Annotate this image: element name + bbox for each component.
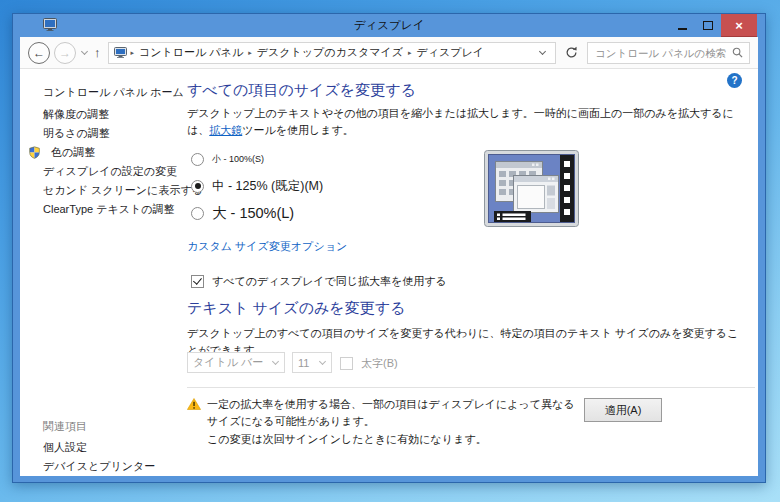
refresh-icon [565,46,578,59]
warning-block: 一定の拡大率を使用する場合、一部の項目はディスプレイによって異なるサイズになる可… [187,396,587,448]
breadcrumb-display[interactable]: ディスプレイ [414,45,488,60]
help-icon: ? [731,75,737,86]
uac-shield-icon [28,146,41,159]
forward-button[interactable]: → [54,42,76,64]
description-text: ツールを使用します。 [242,124,354,136]
crumb-separator: ▸ [246,49,254,57]
up-arrow-icon: ↑ [94,45,101,60]
sidebar-item-calibrate-color[interactable]: 色の調整 [43,143,203,162]
sidebar-item-devices-printers[interactable]: デバイスとプリンター [43,457,155,476]
window-client: ← → ↑ ▸ コントロール パネル ▸ デスクトップのカスタマイズ ▸ ディス… [20,37,758,476]
section1-description: デスクトップ上のテキストやその他の項目を縮小または拡大します。一時的に画面上の一… [187,105,747,139]
magnifier-link[interactable]: 拡大鏡 [209,124,242,136]
sidebar-item-change-display-settings[interactable]: ディスプレイの設定の変更 [43,162,203,181]
sidebar-item-adjust-resolution[interactable]: 解像度の調整 [43,105,203,124]
crumb-separator: ▸ [129,49,137,57]
close-button[interactable]: × [721,14,757,37]
warning-text: 一定の拡大率を使用する場合、一部の項目はディスプレイによって異なるサイズになる可… [207,396,583,448]
desktop: { "window": { "title": "ディスプレイ" }, "titl… [0,0,780,502]
breadcrumb-appearance[interactable]: デスクトップのカスタマイズ [254,45,406,60]
sidebar-item-adjust-brightness[interactable]: 明るさの調整 [43,124,203,143]
minimize-button[interactable] [669,14,695,36]
same-scaling-checkbox-label[interactable]: すべてのディスプレイで同じ拡大率を使用する [212,274,447,289]
same-scaling-checkbox[interactable] [191,275,204,288]
radio-large-label[interactable]: 大 - 150%(L) [212,204,294,223]
search-box [587,42,750,64]
back-arrow-icon: ← [33,46,45,60]
apply-button[interactable]: 適用(A) [584,398,662,422]
same-scaling-checkbox-row[interactable]: すべてのディスプレイで同じ拡大率を使用する [191,273,447,289]
section-divider [187,387,755,388]
breadcrumb-control-panel[interactable]: コントロール パネル [136,45,246,60]
sidebar-item-label: 解像度の調整 [43,107,109,122]
sidebar-task-list: 解像度の調整 明るさの調整 色の調整 ディスプレイの設定の変更 セカンド スクリ… [43,105,203,219]
radio-large[interactable] [191,207,204,220]
sidebar-item-label: ClearType テキストの調整 [43,202,174,217]
size-select-value: 11 [298,357,309,369]
search-icon [732,47,749,58]
custom-sizing-options-link[interactable]: カスタム サイズ変更オプション [187,240,347,252]
sidebar-item-label: ディスプレイの設定の変更 [43,164,177,179]
sidebar-item-label: セカンド スクリーンに表示する [43,183,203,198]
see-also-header: 関連項目 [43,419,155,438]
sidebar-item-label: 明るさの調整 [43,126,110,141]
radio-row-small[interactable]: 小 - 100%(S) [191,150,264,168]
radio-medium[interactable] [191,180,204,193]
sidebar-item-cleartype[interactable]: ClearType テキストの調整 [43,200,203,219]
address-dropdown-chevron-icon[interactable] [539,48,546,55]
back-button[interactable]: ← [28,42,50,64]
refresh-button[interactable] [561,42,582,64]
maximize-button[interactable] [695,14,721,36]
search-input[interactable] [588,47,732,59]
help-button[interactable]: ? [727,73,742,88]
warning-line1: 一定の拡大率を使用する場合、一部の項目はディスプレイによって異なるサイズになる可… [207,396,583,430]
app-window: ディスプレイ × ← → ↑ ▸ コントロール パネル ▸ デスクトップのカスタ… [12,13,766,483]
warning-icon [187,396,201,448]
radio-small[interactable] [191,153,204,166]
maximize-icon [703,21,713,30]
radio-row-large[interactable]: 大 - 150%(L) [191,204,294,222]
bold-checkbox-row: 太字(B) [340,355,398,371]
close-icon: × [735,19,743,32]
sidebar-item-second-screen[interactable]: セカンド スクリーンに表示する [43,181,203,200]
warning-line2: この変更は次回サインインしたときに有効になります。 [207,431,583,448]
forward-arrow-icon: → [59,46,71,60]
sidebar-see-also: 関連項目 個人設定 デバイスとプリンター [43,419,155,476]
radio-row-medium[interactable]: 中 - 125% (既定)(M) [191,177,323,195]
sidebar-item-label: 色の調整 [51,145,95,160]
radio-medium-label[interactable]: 中 - 125% (既定)(M) [212,178,323,195]
titlebar: ディスプレイ × [13,14,765,37]
custom-sizing-link-row: カスタム サイズ変更オプション [187,239,347,254]
radio-small-label[interactable]: 小 - 100%(S) [212,153,264,166]
item-select: タイトル バー [187,352,285,373]
crumb-separator: ▸ [406,49,414,57]
navigation-toolbar: ← → ↑ ▸ コントロール パネル ▸ デスクトップのカスタマイズ ▸ ディス… [20,37,758,69]
bold-checkbox-label: 太字(B) [361,356,398,371]
sidebar-item-personalization[interactable]: 個人設定 [43,438,155,457]
minimize-icon [678,28,687,30]
address-bar[interactable]: ▸ コントロール パネル ▸ デスクトップのカスタマイズ ▸ ディスプレイ [108,42,557,64]
chevron-down-icon [319,358,326,365]
window-title: ディスプレイ [13,18,765,33]
recent-pages-chevron-icon[interactable] [81,48,88,55]
sidebar-item-control-panel-home[interactable]: コントロール パネル ホーム [43,85,184,100]
item-select-value: タイトル バー [193,355,263,370]
size-select: 11 [292,352,332,373]
up-button[interactable]: ↑ [94,45,101,60]
bold-checkbox [340,357,353,370]
page-content: ? コントロール パネル ホーム 解像度の調整 明るさの調整 色の調整 ディスプ… [20,69,758,476]
chevron-down-icon [272,358,279,365]
section-heading-change-size: すべての項目のサイズを変更する [187,81,416,100]
location-display-icon [114,47,127,58]
display-preview-image [484,150,579,227]
section-heading-text-size: テキスト サイズのみを変更する [187,299,405,318]
